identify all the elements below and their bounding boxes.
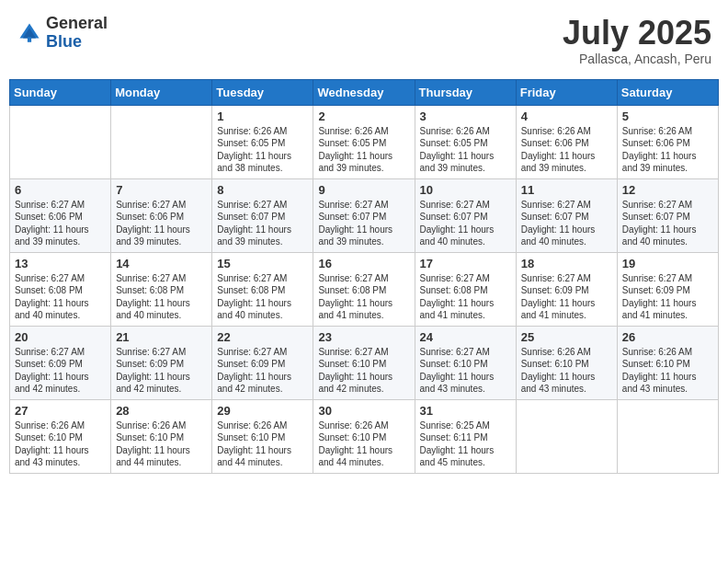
cell-content: Sunrise: 6:26 AM Sunset: 6:06 PM Dayligh… bbox=[622, 125, 713, 175]
cell-content: Sunrise: 6:26 AM Sunset: 6:10 PM Dayligh… bbox=[116, 419, 207, 469]
svg-rect-2 bbox=[28, 37, 31, 42]
cell-content: Sunrise: 6:27 AM Sunset: 6:09 PM Dayligh… bbox=[622, 272, 713, 322]
day-number: 28 bbox=[116, 404, 207, 418]
calendar-cell: 15Sunrise: 6:27 AM Sunset: 6:08 PM Dayli… bbox=[212, 252, 313, 326]
calendar-cell: 7Sunrise: 6:27 AM Sunset: 6:06 PM Daylig… bbox=[111, 178, 212, 252]
month-year-title: July 2025 bbox=[563, 15, 711, 52]
day-number: 7 bbox=[116, 183, 207, 197]
weekday-header-tuesday: Tuesday bbox=[212, 79, 313, 105]
day-number: 29 bbox=[217, 404, 308, 418]
day-number: 25 bbox=[521, 330, 612, 344]
day-number: 18 bbox=[521, 257, 612, 270]
logo: General Blue bbox=[17, 15, 108, 52]
cell-content: Sunrise: 6:27 AM Sunset: 6:09 PM Dayligh… bbox=[15, 346, 106, 396]
cell-content: Sunrise: 6:26 AM Sunset: 6:05 PM Dayligh… bbox=[318, 125, 409, 175]
day-number: 12 bbox=[622, 183, 713, 197]
day-number: 31 bbox=[420, 404, 511, 418]
day-number: 1 bbox=[217, 109, 308, 123]
logo-general-text: General bbox=[46, 14, 108, 32]
day-number: 22 bbox=[217, 330, 308, 344]
cell-content: Sunrise: 6:27 AM Sunset: 6:08 PM Dayligh… bbox=[116, 272, 207, 322]
weekday-header-thursday: Thursday bbox=[415, 79, 516, 105]
weekday-header-wednesday: Wednesday bbox=[313, 79, 415, 105]
cell-content: Sunrise: 6:27 AM Sunset: 6:07 PM Dayligh… bbox=[420, 199, 511, 248]
cell-content: Sunrise: 6:27 AM Sunset: 6:10 PM Dayligh… bbox=[420, 346, 511, 396]
calendar-week-3: 13Sunrise: 6:27 AM Sunset: 6:08 PM Dayli… bbox=[10, 252, 719, 326]
calendar-cell: 9Sunrise: 6:27 AM Sunset: 6:07 PM Daylig… bbox=[313, 178, 415, 252]
calendar-cell: 11Sunrise: 6:27 AM Sunset: 6:07 PM Dayli… bbox=[516, 178, 617, 252]
weekday-header-sunday: Sunday bbox=[10, 79, 111, 105]
calendar-cell: 29Sunrise: 6:26 AM Sunset: 6:10 PM Dayli… bbox=[212, 399, 313, 473]
calendar-cell: 8Sunrise: 6:27 AM Sunset: 6:07 PM Daylig… bbox=[212, 178, 313, 252]
cell-content: Sunrise: 6:27 AM Sunset: 6:08 PM Dayligh… bbox=[15, 272, 106, 322]
calendar-cell: 26Sunrise: 6:26 AM Sunset: 6:10 PM Dayli… bbox=[617, 326, 718, 399]
cell-content: Sunrise: 6:27 AM Sunset: 6:08 PM Dayligh… bbox=[217, 272, 308, 322]
calendar-cell: 27Sunrise: 6:26 AM Sunset: 6:10 PM Dayli… bbox=[10, 399, 111, 473]
cell-content: Sunrise: 6:26 AM Sunset: 6:10 PM Dayligh… bbox=[622, 346, 713, 396]
calendar-cell: 14Sunrise: 6:27 AM Sunset: 6:08 PM Dayli… bbox=[111, 252, 212, 326]
weekday-header-row: SundayMondayTuesdayWednesdayThursdayFrid… bbox=[10, 79, 719, 105]
calendar-cell: 23Sunrise: 6:27 AM Sunset: 6:10 PM Dayli… bbox=[313, 326, 415, 399]
calendar-cell bbox=[10, 105, 111, 178]
calendar-cell: 30Sunrise: 6:26 AM Sunset: 6:10 PM Dayli… bbox=[313, 399, 415, 473]
calendar-cell: 25Sunrise: 6:26 AM Sunset: 6:10 PM Dayli… bbox=[516, 326, 617, 399]
calendar-cell: 20Sunrise: 6:27 AM Sunset: 6:09 PM Dayli… bbox=[10, 326, 111, 399]
calendar-cell: 19Sunrise: 6:27 AM Sunset: 6:09 PM Dayli… bbox=[617, 252, 718, 326]
cell-content: Sunrise: 6:27 AM Sunset: 6:10 PM Dayligh… bbox=[318, 346, 409, 396]
cell-content: Sunrise: 6:27 AM Sunset: 6:07 PM Dayligh… bbox=[217, 199, 308, 248]
cell-content: Sunrise: 6:26 AM Sunset: 6:10 PM Dayligh… bbox=[217, 419, 308, 469]
cell-content: Sunrise: 6:27 AM Sunset: 6:08 PM Dayligh… bbox=[318, 272, 409, 322]
day-number: 15 bbox=[217, 257, 308, 270]
day-number: 17 bbox=[420, 257, 511, 270]
cell-content: Sunrise: 6:27 AM Sunset: 6:06 PM Dayligh… bbox=[116, 199, 207, 248]
calendar-cell: 1Sunrise: 6:26 AM Sunset: 6:05 PM Daylig… bbox=[212, 105, 313, 178]
calendar-cell bbox=[617, 399, 718, 473]
day-number: 14 bbox=[116, 257, 207, 270]
day-number: 23 bbox=[318, 330, 409, 344]
day-number: 2 bbox=[318, 109, 409, 123]
calendar-cell: 31Sunrise: 6:25 AM Sunset: 6:11 PM Dayli… bbox=[415, 399, 516, 473]
calendar-cell: 28Sunrise: 6:26 AM Sunset: 6:10 PM Dayli… bbox=[111, 399, 212, 473]
calendar-cell: 16Sunrise: 6:27 AM Sunset: 6:08 PM Dayli… bbox=[313, 252, 415, 326]
cell-content: Sunrise: 6:27 AM Sunset: 6:07 PM Dayligh… bbox=[521, 199, 612, 248]
cell-content: Sunrise: 6:27 AM Sunset: 6:09 PM Dayligh… bbox=[521, 272, 612, 322]
day-number: 11 bbox=[521, 183, 612, 197]
calendar-cell: 21Sunrise: 6:27 AM Sunset: 6:09 PM Dayli… bbox=[111, 326, 212, 399]
page-header: General Blue July 2025 Pallasca, Ancash,… bbox=[9, 9, 719, 72]
calendar-cell: 24Sunrise: 6:27 AM Sunset: 6:10 PM Dayli… bbox=[415, 326, 516, 399]
cell-content: Sunrise: 6:27 AM Sunset: 6:09 PM Dayligh… bbox=[217, 346, 308, 396]
cell-content: Sunrise: 6:27 AM Sunset: 6:07 PM Dayligh… bbox=[318, 199, 409, 248]
cell-content: Sunrise: 6:26 AM Sunset: 6:10 PM Dayligh… bbox=[521, 346, 612, 396]
calendar-cell: 4Sunrise: 6:26 AM Sunset: 6:06 PM Daylig… bbox=[516, 105, 617, 178]
calendar-cell bbox=[111, 105, 212, 178]
day-number: 16 bbox=[318, 257, 409, 270]
calendar-cell: 3Sunrise: 6:26 AM Sunset: 6:05 PM Daylig… bbox=[415, 105, 516, 178]
calendar-cell: 10Sunrise: 6:27 AM Sunset: 6:07 PM Dayli… bbox=[415, 178, 516, 252]
title-block: July 2025 Pallasca, Ancash, Peru bbox=[563, 15, 711, 66]
calendar-cell: 18Sunrise: 6:27 AM Sunset: 6:09 PM Dayli… bbox=[516, 252, 617, 326]
cell-content: Sunrise: 6:27 AM Sunset: 6:07 PM Dayligh… bbox=[622, 199, 713, 248]
calendar-cell: 13Sunrise: 6:27 AM Sunset: 6:08 PM Dayli… bbox=[10, 252, 111, 326]
cell-content: Sunrise: 6:27 AM Sunset: 6:06 PM Dayligh… bbox=[15, 199, 106, 248]
day-number: 24 bbox=[420, 330, 511, 344]
cell-content: Sunrise: 6:27 AM Sunset: 6:09 PM Dayligh… bbox=[116, 346, 207, 396]
calendar-cell: 22Sunrise: 6:27 AM Sunset: 6:09 PM Dayli… bbox=[212, 326, 313, 399]
day-number: 21 bbox=[116, 330, 207, 344]
calendar-cell: 2Sunrise: 6:26 AM Sunset: 6:05 PM Daylig… bbox=[313, 105, 415, 178]
cell-content: Sunrise: 6:25 AM Sunset: 6:11 PM Dayligh… bbox=[420, 419, 511, 469]
cell-content: Sunrise: 6:26 AM Sunset: 6:10 PM Dayligh… bbox=[15, 419, 106, 469]
day-number: 27 bbox=[15, 404, 106, 418]
calendar-cell: 12Sunrise: 6:27 AM Sunset: 6:07 PM Dayli… bbox=[617, 178, 718, 252]
day-number: 20 bbox=[15, 330, 106, 344]
logo-blue-text: Blue bbox=[46, 32, 82, 51]
day-number: 9 bbox=[318, 183, 409, 197]
day-number: 3 bbox=[420, 109, 511, 123]
cell-content: Sunrise: 6:27 AM Sunset: 6:08 PM Dayligh… bbox=[420, 272, 511, 322]
weekday-header-saturday: Saturday bbox=[617, 79, 718, 105]
calendar-week-4: 20Sunrise: 6:27 AM Sunset: 6:09 PM Dayli… bbox=[10, 326, 719, 399]
day-number: 19 bbox=[622, 257, 713, 270]
location-subtitle: Pallasca, Ancash, Peru bbox=[563, 52, 711, 66]
cell-content: Sunrise: 6:26 AM Sunset: 6:10 PM Dayligh… bbox=[318, 419, 409, 469]
day-number: 4 bbox=[521, 109, 612, 123]
logo-icon bbox=[17, 20, 42, 46]
